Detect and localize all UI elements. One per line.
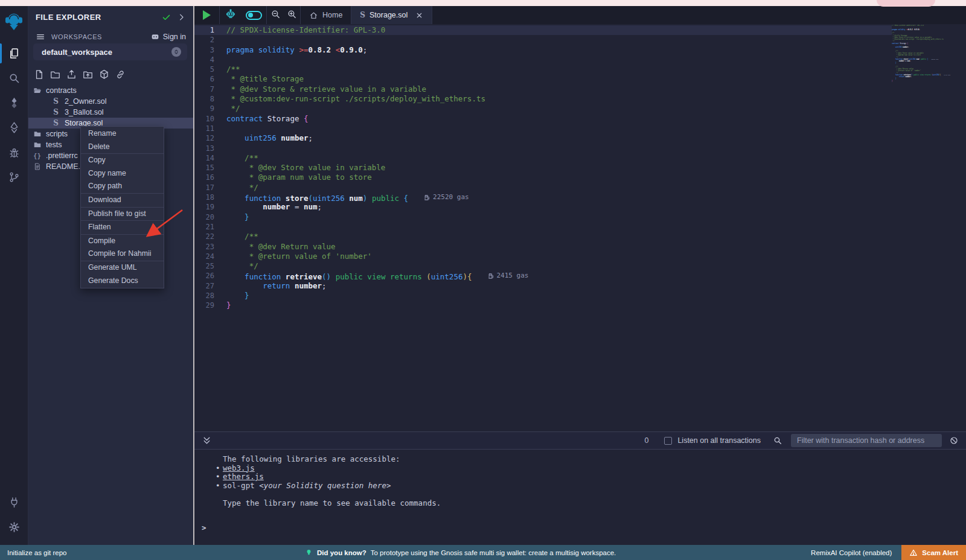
menu-item-copy-path[interactable]: Copy path (81, 180, 164, 193)
code-editor[interactable]: 1// SPDX-License-Identifier: GPL-3.023pr… (194, 24, 966, 431)
token: contract (226, 114, 263, 123)
toggle-icon (246, 11, 262, 20)
tab-storage-sol[interactable]: S Storage.sol (351, 6, 432, 24)
upload-file-button[interactable] (66, 69, 77, 80)
token: uint256 (313, 194, 345, 203)
code-line: 10contract Storage { (194, 114, 892, 124)
copilot-status: RemixAI Copilot (enabled) (811, 549, 892, 556)
tree-item-2-owner-sol[interactable]: S2_Owner.sol (28, 96, 193, 107)
token (226, 133, 245, 142)
token: >= (299, 45, 308, 54)
sidebar-bottom-icons (0, 490, 28, 539)
ai-copilot-button[interactable] (220, 6, 242, 24)
new-folder-button[interactable] (50, 69, 61, 80)
token: num (304, 202, 318, 211)
upload-folder-button[interactable] (82, 69, 94, 80)
sign-in-button[interactable]: Sign in (150, 32, 186, 42)
token (399, 194, 404, 203)
token: Storage (900, 42, 907, 44)
sidebar-item-source-control[interactable] (0, 165, 28, 189)
link-button[interactable] (115, 69, 126, 80)
library-link-web3-js[interactable]: web3.js (223, 463, 255, 472)
line-number: 1 (194, 25, 226, 35)
copilot-toggle[interactable] (242, 6, 267, 24)
menu-item-delete[interactable]: Delete (81, 141, 164, 154)
run-script-button[interactable] (194, 6, 220, 24)
code-text: */ (226, 183, 258, 192)
line-number: 25 (194, 261, 226, 271)
menu-item-copy[interactable]: Copy (81, 154, 164, 167)
remix-logo-icon[interactable] (4, 11, 24, 33)
library-link-ethers-js[interactable]: ethers.js (223, 472, 264, 481)
token: 0.9.0 (915, 29, 920, 31)
sidebar-item-search[interactable] (0, 66, 28, 91)
panel-splitter[interactable] (193, 6, 194, 545)
code-text: */ (226, 104, 240, 113)
token: /** (245, 153, 258, 162)
token: return (263, 281, 290, 290)
zoom-in-icon (287, 9, 297, 22)
clear-console-icon[interactable] (949, 436, 959, 445)
search-icon[interactable] (773, 436, 782, 445)
upload-folder-icon (82, 69, 94, 80)
menu-item-generate-uml[interactable]: Generate UML (81, 261, 164, 275)
menu-item-publish-file-to-gist[interactable]: Publish file to gist (81, 208, 164, 221)
menu-item-copy-name[interactable]: Copy name (81, 167, 164, 180)
close-tab-icon[interactable] (415, 11, 423, 19)
new-file-button[interactable] (33, 69, 45, 80)
terminal-output[interactable]: The following libraries are accessible:•… (194, 450, 966, 532)
token (226, 153, 245, 162)
code-text: * @title Storage (226, 74, 304, 84)
token (385, 272, 390, 281)
sidebar-item-deploy-run[interactable] (0, 115, 28, 140)
gas-estimate-badge: 2415 gas (488, 271, 529, 281)
menu-item-generate-docs[interactable]: Generate Docs (81, 275, 164, 288)
token: view (367, 272, 385, 281)
listen-transactions-checkbox[interactable] (664, 437, 672, 445)
editor-minimap[interactable]: 1// SPDX-License-Identifier: GPL-3.023pr… (892, 25, 959, 109)
line-number: 4 (194, 55, 226, 65)
line-number: 22 (194, 232, 226, 241)
transaction-count: 0 (644, 436, 648, 445)
gear-icon (8, 521, 21, 533)
zoom-in-button[interactable] (284, 6, 301, 24)
menu-item-rename[interactable]: Rename (81, 127, 164, 141)
did-you-know-tip: Did you know? To prototype using the Gno… (305, 549, 616, 556)
cube-button[interactable] (98, 69, 110, 80)
collapse-terminal-icon[interactable] (202, 436, 212, 446)
tab-home[interactable]: Home (301, 6, 351, 24)
token: */ (226, 104, 240, 113)
line-number: 29 (194, 301, 226, 310)
scam-alert-button[interactable]: Scam Alert (901, 545, 966, 560)
sign-in-label: Sign in (163, 33, 186, 41)
token: ; (322, 281, 327, 290)
check-icon[interactable] (162, 13, 171, 22)
chevron-right-icon[interactable] (177, 13, 186, 22)
upload-file-icon (66, 69, 77, 80)
token: Storage (267, 114, 299, 123)
code-line: 27 return number; (194, 281, 892, 291)
tree-item-3-ballot-sol[interactable]: S3_Ballot.sol (28, 107, 193, 118)
code-line: 28 } (194, 291, 892, 301)
terminal-prompt[interactable]: > (202, 523, 966, 532)
tree-item-contracts[interactable]: contracts (28, 85, 193, 96)
menu-item-flatten[interactable]: Flatten (81, 221, 164, 234)
sidebar-item-solidity-compiler[interactable] (0, 91, 28, 115)
menu-item-download[interactable]: Download (81, 194, 164, 207)
sidebar-item-debugger[interactable] (0, 140, 28, 165)
sidebar-item-settings[interactable] (0, 515, 28, 539)
workspace-select[interactable]: default_workspace (33, 43, 187, 60)
sidebar-item-plugin-manager[interactable] (0, 490, 28, 515)
code-text: } (226, 301, 231, 310)
solidity-icon (8, 97, 21, 109)
new-file-icon (33, 69, 45, 80)
hamburger-menu-icon[interactable] (36, 32, 45, 42)
plug-icon (8, 496, 21, 509)
zoom-out-button[interactable] (267, 6, 284, 24)
menu-item-compile-for-nahmii[interactable]: Compile for Nahmii (81, 247, 164, 261)
git-init-status[interactable]: Initialize as git repo (7, 549, 66, 556)
sidebar-item-file-explorer[interactable] (0, 41, 28, 66)
menu-item-compile[interactable]: Compile (81, 235, 164, 248)
solidity-file-icon: S (51, 97, 60, 106)
transaction-filter-input[interactable] (791, 434, 942, 447)
